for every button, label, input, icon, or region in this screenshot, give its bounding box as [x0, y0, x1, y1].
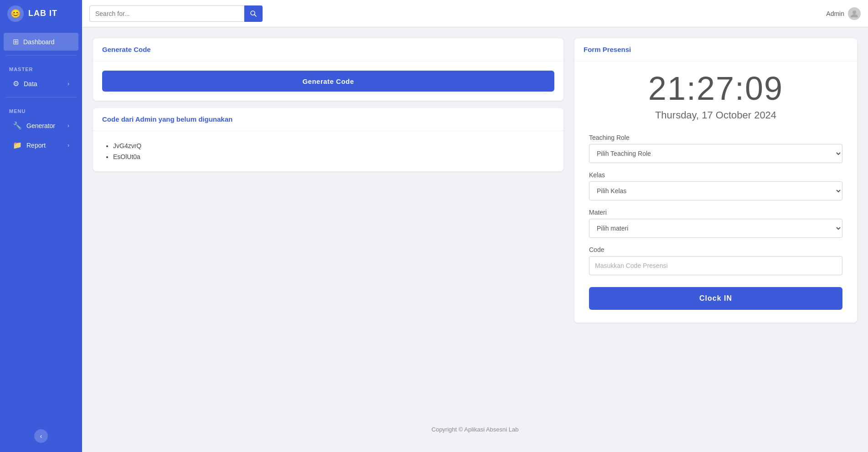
- sidebar-section-master: MASTER: [0, 59, 82, 74]
- generate-code-card: Generate Code Generate Code: [93, 38, 563, 101]
- left-panel: Generate Code Generate Code Code dari Ad…: [93, 38, 563, 418]
- generate-code-card-body: Generate Code: [93, 62, 563, 101]
- sidebar-item-data[interactable]: ⚙ Data ›: [4, 75, 78, 92]
- teaching-role-label: Teaching Role: [589, 134, 842, 141]
- codes-card-header: Code dari Admin yang belum digunakan: [93, 108, 563, 131]
- sidebar-item-generator-left: 🔧 Generator: [13, 121, 55, 130]
- generator-chevron-icon: ›: [67, 123, 69, 129]
- code-list: JvG4zvrQEsOlUt0a: [102, 140, 554, 162]
- main-layout: ⊞ Dashboard MASTER ⚙ Data › MENU 🔧 Gener…: [0, 27, 868, 452]
- data-chevron-icon: ›: [67, 81, 69, 87]
- collapse-icon: ‹: [40, 432, 42, 440]
- logo-icon: 😊: [7, 5, 24, 22]
- list-item: EsOlUt0a: [113, 151, 554, 162]
- form-presensi-header: Form Presensi: [574, 38, 857, 62]
- user-label: Admin: [826, 10, 844, 17]
- form-presensi-card: Form Presensi 21:27:09 Thursday, 17 Octo…: [574, 38, 857, 323]
- kelas-select[interactable]: Pilih KelasKelas AKelas BKelas C: [589, 181, 842, 200]
- code-group: Code: [589, 246, 842, 275]
- sidebar-label-report: Report: [26, 142, 46, 149]
- list-item: JvG4zvrQ: [113, 140, 554, 151]
- logo-text: LAB IT: [28, 9, 57, 18]
- codes-card: Code dari Admin yang belum digunakan JvG…: [93, 108, 563, 171]
- footer: Copyright © Aplikasi Absesni Lab: [93, 418, 857, 441]
- search-input[interactable]: [89, 5, 244, 22]
- code-label: Code: [589, 246, 842, 253]
- teaching-role-group: Teaching Role Pilih Teaching RoleAsisten…: [589, 134, 842, 163]
- kelas-label: Kelas: [589, 171, 842, 179]
- sidebar-section-menu: MENU: [0, 101, 82, 116]
- user-avatar: [848, 7, 861, 20]
- sidebar-label-data: Data: [24, 80, 37, 87]
- materi-group: Materi Pilih materiMateri 1Materi 2Mater…: [589, 209, 842, 238]
- clockin-button[interactable]: Clock IN: [589, 287, 842, 310]
- sidebar-label-dashboard: Dashboard: [23, 38, 55, 46]
- footer-text: Copyright © Aplikasi Absesni Lab: [432, 426, 519, 433]
- logo-area: 😊 LAB IT: [0, 0, 82, 27]
- user-area: Admin: [826, 7, 861, 20]
- search-button[interactable]: [244, 5, 263, 22]
- sidebar-divider-1: [5, 55, 77, 56]
- generate-code-card-header: Generate Code: [93, 38, 563, 62]
- materi-label: Materi: [589, 209, 842, 216]
- clock-display: 21:27:09: [589, 71, 842, 107]
- form-presensi-title: Form Presensi: [584, 46, 631, 53]
- report-icon: 📁: [13, 141, 22, 149]
- sidebar-item-dashboard[interactable]: ⊞ Dashboard: [4, 33, 78, 51]
- codes-card-title: Code dari Admin yang belum digunakan: [102, 115, 232, 123]
- sidebar-collapse-button[interactable]: ‹: [34, 429, 48, 443]
- sidebar: ⊞ Dashboard MASTER ⚙ Data › MENU 🔧 Gener…: [0, 27, 82, 452]
- materi-select[interactable]: Pilih materiMateri 1Materi 2Materi 3: [589, 219, 842, 238]
- generate-code-title: Generate Code: [102, 46, 151, 53]
- sidebar-label-generator: Generator: [26, 122, 55, 129]
- svg-point-2: [852, 10, 856, 14]
- kelas-group: Kelas Pilih KelasKelas AKelas BKelas C: [589, 171, 842, 200]
- content-row: Generate Code Generate Code Code dari Ad…: [93, 38, 857, 418]
- data-icon: ⚙: [13, 79, 19, 88]
- dashboard-icon: ⊞: [13, 37, 19, 46]
- sidebar-item-generator[interactable]: 🔧 Generator ›: [4, 117, 78, 134]
- report-chevron-icon: ›: [67, 142, 69, 149]
- code-input[interactable]: [589, 256, 842, 275]
- sidebar-item-report-left: 📁 Report: [13, 141, 46, 149]
- content-area: Generate Code Generate Code Code dari Ad…: [82, 27, 868, 452]
- sidebar-item-data-left: ⚙ Data: [13, 79, 37, 88]
- sidebar-divider-2: [5, 97, 77, 98]
- codes-card-body: JvG4zvrQEsOlUt0a: [93, 131, 563, 171]
- sidebar-item-dashboard-left: ⊞ Dashboard: [13, 37, 55, 46]
- top-bar: 😊 LAB IT Admin: [0, 0, 868, 27]
- form-presensi-body: 21:27:09 Thursday, 17 October 2024 Teach…: [574, 62, 857, 323]
- search-icon: [250, 10, 257, 17]
- right-panel: Form Presensi 21:27:09 Thursday, 17 Octo…: [574, 38, 857, 418]
- svg-line-1: [254, 14, 256, 16]
- generator-icon: 🔧: [13, 121, 22, 130]
- app-wrapper: 😊 LAB IT Admin: [0, 0, 868, 452]
- search-area: [89, 5, 263, 22]
- generate-code-button[interactable]: Generate Code: [102, 71, 554, 92]
- date-display: Thursday, 17 October 2024: [589, 109, 842, 121]
- teaching-role-select[interactable]: Pilih Teaching RoleAsistenDosen: [589, 144, 842, 163]
- sidebar-item-report[interactable]: 📁 Report ›: [4, 136, 78, 154]
